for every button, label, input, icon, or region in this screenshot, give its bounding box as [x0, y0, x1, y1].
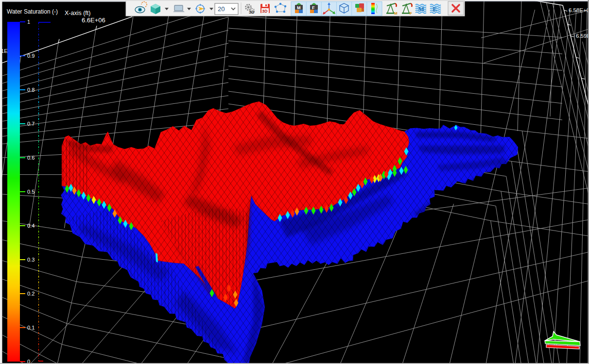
svg-text:6.58E+06: 6.58E+06 [569, 7, 589, 13]
svg-text:M: M [297, 5, 301, 10]
svg-text:0.3: 0.3 [27, 257, 35, 263]
svg-text:Water Saturation (-): Water Saturation (-) [7, 8, 58, 15]
svg-text:0.7: 0.7 [27, 121, 35, 127]
svg-text:F: F [312, 5, 315, 10]
svg-text:0.2: 0.2 [27, 291, 35, 297]
svg-text:6.59E+06: 6.59E+06 [576, 33, 589, 39]
svg-text:6.6E+06: 6.6E+06 [82, 17, 105, 24]
svg-text:1: 1 [27, 19, 30, 25]
svg-text:M: M [418, 5, 424, 13]
svg-text:E: E [433, 5, 437, 13]
svg-text:20: 20 [218, 5, 225, 13]
svg-text:0.5: 0.5 [27, 189, 35, 195]
svg-text:0.1: 0.1 [27, 325, 35, 331]
svg-text:M: M [394, 11, 398, 16]
svg-text:3D: 3D [262, 9, 268, 14]
svg-text:0.6: 0.6 [27, 155, 35, 161]
svg-text:0.4: 0.4 [27, 223, 35, 229]
svg-text:X-axis (ft): X-axis (ft) [65, 10, 90, 17]
svg-text:3D: 3D [249, 10, 255, 15]
svg-text:0.9: 0.9 [27, 53, 35, 59]
svg-text:F: F [410, 11, 412, 16]
svg-text:0.8: 0.8 [27, 87, 35, 93]
